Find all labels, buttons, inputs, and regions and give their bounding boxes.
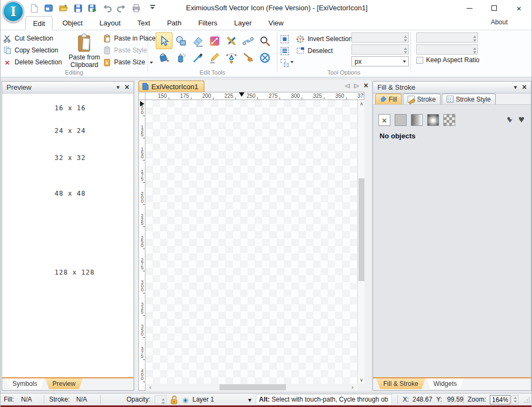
tab-fill-stroke[interactable]: Fill & Stroke bbox=[376, 378, 425, 389]
pencil-tool-button[interactable] bbox=[206, 49, 223, 66]
tab-fill[interactable]: Fill bbox=[375, 94, 402, 104]
panel-menu-caret-icon[interactable]: ▾ bbox=[116, 82, 119, 93]
group-label-edit-tools: Edit Tools bbox=[148, 69, 277, 76]
deselect-button[interactable]: Deselect bbox=[296, 45, 361, 57]
save-button[interactable] bbox=[72, 3, 83, 14]
vertical-scroll-thumb[interactable] bbox=[358, 178, 364, 281]
vruler-tick bbox=[143, 382, 145, 382]
new-from-image-button[interactable] bbox=[43, 3, 54, 14]
vruler-tick bbox=[143, 249, 145, 249]
tab-stroke-style[interactable]: Stroke Style bbox=[442, 94, 496, 104]
close-button[interactable]: × bbox=[507, 0, 531, 16]
eraser-tool-button[interactable] bbox=[189, 32, 206, 49]
scroll-right-icon[interactable]: › bbox=[349, 384, 356, 391]
stroke-status-value: N/A bbox=[76, 396, 87, 403]
width-spinner[interactable] bbox=[351, 32, 409, 43]
tab-preview[interactable]: Preview bbox=[45, 378, 83, 389]
gradient-tool-button[interactable] bbox=[206, 32, 223, 49]
zoom-spinner[interactable] bbox=[511, 395, 518, 404]
panel-close-icon[interactable]: × bbox=[125, 82, 129, 93]
preview-size-label: 24 x 24 bbox=[55, 127, 86, 135]
paste-in-place-button[interactable]: Paste in Place bbox=[102, 32, 152, 44]
paste-from-clipboard-button[interactable]: Paste from Clipboard bbox=[68, 32, 101, 71]
scroll-up-icon[interactable]: ∧ bbox=[358, 100, 365, 108]
shape-tool-button[interactable] bbox=[256, 49, 273, 66]
copy-selection-button[interactable]: Copy Selection bbox=[3, 44, 69, 56]
lock-icon[interactable] bbox=[169, 395, 178, 406]
opacity-spinner[interactable] bbox=[155, 395, 167, 404]
unit-dropdown[interactable]: px bbox=[351, 56, 409, 66]
cut-selection-button[interactable]: Cut Selection bbox=[3, 32, 69, 44]
radial-gradient-button[interactable] bbox=[427, 114, 439, 126]
tab-layer[interactable]: Layer bbox=[227, 16, 259, 30]
close-document-icon[interactable]: × bbox=[364, 82, 368, 89]
paint-bucket-tool-button[interactable] bbox=[156, 49, 172, 66]
tab-edit[interactable]: Edit bbox=[25, 16, 52, 30]
brush-tool-button[interactable] bbox=[240, 49, 256, 66]
horizontal-ruler: 150175200225250275300325350375 bbox=[145, 92, 364, 100]
delete-selection-button[interactable]: × Delete Selection bbox=[3, 56, 69, 68]
open-file-button[interactable] bbox=[58, 3, 69, 14]
document-icon bbox=[142, 83, 149, 90]
vertical-scrollbar[interactable]: ∧ ∨ bbox=[357, 100, 364, 384]
tab-layout[interactable]: Layout bbox=[92, 16, 128, 30]
document-tab[interactable]: ExiVectorIcon1 bbox=[138, 81, 204, 92]
zoom-tool-button[interactable] bbox=[256, 32, 273, 49]
app-logo-icon[interactable]: I bbox=[2, 1, 24, 23]
x-spinner[interactable] bbox=[416, 32, 478, 43]
eyedropper-tool-button[interactable] bbox=[189, 49, 206, 66]
tab-path[interactable]: Path bbox=[160, 16, 189, 30]
heart-icon[interactable]: ♥ bbox=[518, 114, 524, 125]
paint-bucket-icon bbox=[158, 52, 170, 64]
maximize-button[interactable] bbox=[482, 0, 507, 16]
paste-size-button[interactable]: k Paste Size bbox=[102, 56, 152, 68]
vruler-tick bbox=[143, 160, 145, 161]
tab-filters[interactable]: Filters bbox=[191, 16, 224, 30]
pattern-button[interactable] bbox=[443, 114, 455, 126]
layer-select-value[interactable]: Layer 1 bbox=[192, 396, 214, 403]
y-spinner[interactable] bbox=[416, 44, 478, 55]
group-objects-icon[interactable] bbox=[281, 59, 289, 67]
tab-widgets[interactable]: Widgets bbox=[427, 378, 464, 389]
canvas[interactable] bbox=[145, 100, 357, 384]
panel-close-icon[interactable]: × bbox=[522, 82, 527, 93]
resize-grip[interactable] bbox=[523, 397, 530, 404]
scroll-left-icon[interactable]: ‹ bbox=[147, 384, 154, 391]
minimize-button[interactable] bbox=[457, 0, 482, 16]
horizontal-scroll-thumb[interactable] bbox=[220, 384, 286, 390]
shape-select-tool-button[interactable] bbox=[172, 32, 189, 49]
next-tab-icon[interactable]: ▷ bbox=[354, 82, 358, 89]
tab-view[interactable]: View bbox=[262, 16, 291, 30]
new-file-button[interactable] bbox=[29, 3, 39, 14]
keep-aspect-ratio-checkbox[interactable]: Keep Aspect Ratio bbox=[416, 56, 480, 64]
save-as-button[interactable] bbox=[87, 3, 98, 14]
horizontal-scrollbar[interactable]: ‹ › bbox=[145, 384, 357, 391]
zoom-input[interactable] bbox=[490, 395, 510, 404]
prev-tab-icon[interactable]: ◁ bbox=[345, 82, 349, 89]
select-all-icon[interactable] bbox=[281, 35, 289, 43]
flat-color-button[interactable] bbox=[395, 114, 407, 126]
design-tool-button[interactable] bbox=[223, 32, 240, 49]
node-edit-tool-button[interactable] bbox=[240, 32, 256, 49]
scroll-down-icon[interactable]: ∨ bbox=[358, 376, 365, 384]
layer-dropdown-caret-icon[interactable]: ▾ bbox=[248, 396, 251, 404]
layer-visibility-icon[interactable] bbox=[183, 397, 188, 405]
about-button[interactable]: About bbox=[491, 18, 508, 26]
paste-style-button: Paste Style bbox=[102, 44, 152, 56]
spray-tool-button[interactable] bbox=[172, 49, 189, 66]
tab-symbols[interactable]: Symbols bbox=[5, 378, 44, 389]
tab-object[interactable]: Object bbox=[55, 16, 90, 30]
panel-menu-caret-icon[interactable]: ▾ bbox=[514, 82, 517, 93]
linear-gradient-button[interactable] bbox=[411, 114, 423, 126]
heart-swirl-icon[interactable]: ♥ bbox=[507, 114, 513, 125]
vruler-label: 1 5 0 bbox=[139, 148, 145, 159]
tab-stroke[interactable]: Stroke bbox=[403, 94, 441, 104]
no-fill-button[interactable] bbox=[378, 114, 390, 126]
select-tool-button[interactable] bbox=[156, 32, 172, 49]
height-spinner[interactable] bbox=[351, 44, 409, 55]
invert-selection-button[interactable]: Y Invert Selection bbox=[296, 33, 361, 45]
tab-text[interactable]: Text bbox=[130, 16, 157, 30]
group-label-editing: Editing bbox=[1, 69, 148, 76]
bezier-pen-tool-button[interactable] bbox=[223, 49, 240, 66]
select-layers-icon[interactable] bbox=[281, 47, 289, 55]
